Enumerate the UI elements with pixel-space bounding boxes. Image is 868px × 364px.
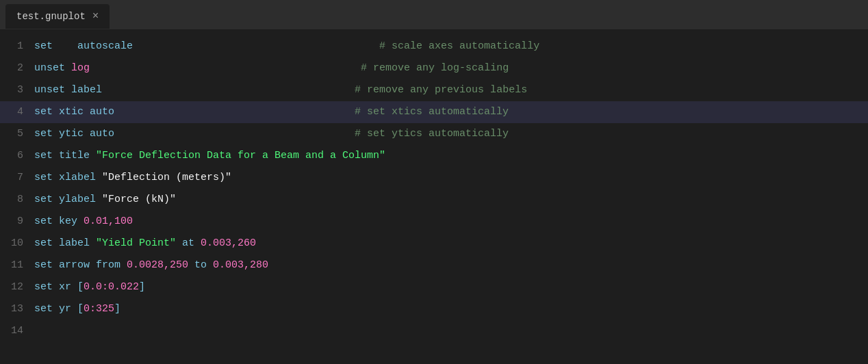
line-number: 4 xyxy=(0,101,34,123)
line-number: 14 xyxy=(0,320,34,342)
line-number: 11 xyxy=(0,255,34,276)
line-content: set ytic auto # set ytics automatically xyxy=(34,123,509,145)
line-number: 9 xyxy=(0,211,34,233)
code-line: 10set label "Yield Point" at 0.003,260 xyxy=(0,233,868,255)
line-number: 13 xyxy=(0,298,34,320)
code-line: 2unset log # remove any log-scaling xyxy=(0,57,868,79)
line-number: 1 xyxy=(0,36,34,57)
code-line: 11set arrow from 0.0028,250 to 0.003,280 xyxy=(0,255,868,276)
line-content: set label "Yield Point" at 0.003,260 xyxy=(34,233,256,255)
line-content: set xtic auto # set xtics automatically xyxy=(34,101,509,123)
line-number: 3 xyxy=(0,79,34,101)
code-line: 14 xyxy=(0,320,868,342)
code-line: 6set title "Force Deflection Data for a … xyxy=(0,145,868,167)
line-number: 8 xyxy=(0,189,34,211)
code-line: 12set xr [0.0:0.022] xyxy=(0,276,868,298)
line-content: set key 0.01,100 xyxy=(34,211,133,233)
line-content: set title "Force Deflection Data for a B… xyxy=(34,145,385,167)
tab[interactable]: test.gnuplot × xyxy=(5,4,110,29)
code-line: 5set ytic auto # set ytics automatically xyxy=(0,123,868,145)
line-content: set ylabel "Force (kN)" xyxy=(34,189,176,211)
code-line: 7set xlabel "Deflection (meters)" xyxy=(0,167,868,189)
tab-close-icon[interactable]: × xyxy=(92,11,99,22)
line-content: set autoscale # scale axes automatically xyxy=(34,36,539,57)
code-line: 8set ylabel "Force (kN)" xyxy=(0,189,868,211)
title-bar: test.gnuplot × xyxy=(0,0,868,30)
line-number: 6 xyxy=(0,145,34,167)
line-content: set yr [0:325] xyxy=(34,298,120,320)
line-content: set xr [0.0:0.022] xyxy=(34,276,145,298)
line-content: unset log # remove any log-scaling xyxy=(34,57,509,79)
line-number: 7 xyxy=(0,167,34,189)
tab-filename: test.gnuplot xyxy=(16,11,86,22)
code-line: 4set xtic auto # set xtics automatically xyxy=(0,101,868,123)
line-content: set arrow from 0.0028,250 to 0.003,280 xyxy=(34,255,268,276)
line-content: unset label # remove any previous labels xyxy=(34,79,527,101)
line-content: set xlabel "Deflection (meters)" xyxy=(34,167,231,189)
code-line: 1set autoscale # scale axes automaticall… xyxy=(0,36,868,57)
line-number: 10 xyxy=(0,233,34,255)
line-number: 2 xyxy=(0,57,34,79)
code-line: 13set yr [0:325] xyxy=(0,298,868,320)
line-number: 12 xyxy=(0,276,34,298)
code-line: 3unset label # remove any previous label… xyxy=(0,79,868,101)
editor-area: 1set autoscale # scale axes automaticall… xyxy=(0,30,868,364)
code-line: 9set key 0.01,100 xyxy=(0,211,868,233)
line-number: 5 xyxy=(0,123,34,145)
